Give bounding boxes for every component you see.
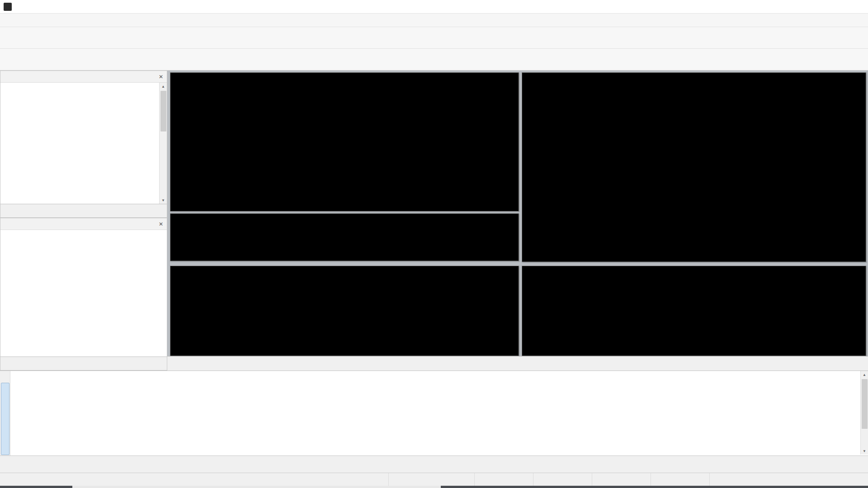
chart-window-eurjpy-2[interactable]	[522, 72, 866, 262]
chart-window-eurjpy-1[interactable]	[170, 72, 519, 211]
navigator-header: ✕	[0, 218, 167, 230]
chart-window-usdjpy[interactable]	[170, 266, 519, 356]
navigator-panel: ✕	[0, 218, 167, 371]
maximize-button[interactable]	[826, 0, 847, 14]
line-studies-toolbar	[0, 49, 868, 70]
menu-bar	[0, 14, 868, 27]
scroll-down-icon[interactable]: ▼	[861, 447, 868, 455]
app-icon	[4, 3, 12, 11]
journal-log-table	[10, 371, 860, 455]
chart-tabbar	[167, 356, 868, 371]
bottom-edge	[0, 486, 868, 488]
navigator-close-icon[interactable]: ✕	[159, 221, 163, 227]
market-watch-close-icon[interactable]: ✕	[159, 74, 163, 80]
market-watch-scrollbar[interactable]: ▲ ▼	[159, 83, 167, 204]
scroll-up-icon[interactable]: ▲	[861, 371, 868, 378]
market-watch-tabbar	[0, 204, 167, 217]
chart-window-usdchf-partial[interactable]	[170, 213, 519, 261]
toolbox-vertical-tab[interactable]	[1, 383, 9, 455]
scroll-up-icon[interactable]: ▲	[160, 83, 167, 90]
scroll-down-icon[interactable]: ▼	[160, 197, 167, 204]
close-button[interactable]	[847, 0, 868, 14]
standard-toolbar	[0, 27, 868, 49]
toolbox-tabbar	[0, 455, 868, 473]
title-bar	[0, 0, 868, 14]
toolbox-panel: ▲ ▼	[0, 371, 868, 473]
chart-workspace	[167, 70, 868, 371]
chart-window-eurusd[interactable]	[522, 266, 866, 356]
market-watch-header: ✕	[0, 71, 167, 83]
journal-scrollbar[interactable]: ▲ ▼	[860, 371, 868, 455]
navigator-tree	[0, 230, 167, 233]
toolbox-close-icon[interactable]	[0, 371, 10, 373]
navigator-tabbar	[0, 357, 167, 370]
market-watch-panel: ✕ ▲ ▼	[0, 70, 167, 218]
minimize-button[interactable]	[806, 0, 826, 14]
